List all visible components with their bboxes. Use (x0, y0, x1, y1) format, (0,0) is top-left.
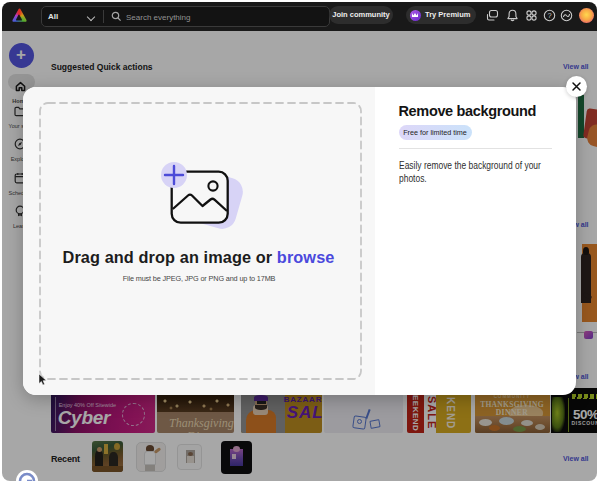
svg-text:?: ? (547, 11, 551, 20)
